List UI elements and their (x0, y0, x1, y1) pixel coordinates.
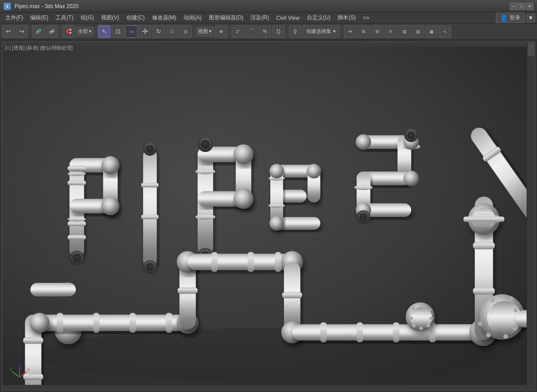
menu-right: 👤 登录 ▼ (496, 13, 535, 23)
svg-point-12 (101, 197, 119, 215)
menu-modifier[interactable]: 修改器(M) (148, 13, 180, 23)
menu-edit[interactable]: 编辑(E) (27, 13, 52, 23)
separator-4 (194, 26, 194, 37)
viewport[interactable]: [+] [透视] [标准] [默认明暗处理] (2, 42, 535, 390)
menu-script[interactable]: 脚本(S) (334, 13, 359, 23)
svg-rect-10 (68, 235, 86, 240)
svg-rect-73 (166, 313, 172, 332)
mirror-button[interactable]: ⇔ (344, 25, 356, 38)
svg-point-119 (426, 324, 430, 327)
menu-graph-editor[interactable]: 图形编辑器(D) (205, 13, 247, 23)
menu-arrow-button[interactable]: ▼ (526, 14, 535, 23)
arc-rotate-button[interactable]: ⌒ (245, 25, 258, 38)
array-button[interactable]: ⊞ (357, 25, 370, 38)
svg-rect-63 (23, 337, 43, 344)
maximize-button[interactable]: □ (518, 3, 525, 10)
viewport-zoom-out-button[interactable]: - (528, 50, 534, 56)
svg-point-21 (146, 263, 154, 271)
menu-render[interactable]: 渲染(R) (247, 13, 273, 23)
svg-point-44 (307, 164, 321, 178)
svg-rect-80 (211, 252, 218, 272)
layer3-button[interactable]: ▦ (425, 25, 438, 38)
scale-uniform-button[interactable]: ◎ (179, 25, 192, 38)
menu-more[interactable]: >> (359, 13, 373, 23)
edit-named-sel-button[interactable]: {} (289, 25, 301, 38)
svg-point-45 (269, 216, 284, 231)
svg-point-43 (269, 164, 284, 178)
undo-button[interactable]: ↩ (2, 25, 14, 38)
menu-animation[interactable]: 动画(A) (180, 13, 205, 23)
svg-point-118 (429, 317, 433, 320)
svg-point-30 (195, 169, 215, 174)
menu-civil-view[interactable]: Civil View (273, 13, 303, 23)
svg-text:Y: Y (9, 368, 12, 372)
svg-point-60 (359, 213, 367, 221)
separator-2 (60, 26, 60, 37)
menu-customize[interactable]: 自定义(U) (303, 13, 334, 23)
snap-toggle-button[interactable]: 🧲 (62, 25, 75, 38)
svg-point-53 (356, 134, 371, 150)
unlink-button[interactable]: 🔗 (46, 25, 58, 38)
move-button[interactable]: ✛ (139, 25, 151, 38)
svg-text:Z: Z (18, 364, 20, 367)
svg-point-14 (72, 254, 81, 263)
filter-dropdown[interactable]: 全部 ▾ (76, 27, 94, 37)
viewport-zoom-in-button[interactable]: + (528, 43, 534, 49)
svg-point-33 (201, 140, 210, 149)
menu-group[interactable]: 组(G) (77, 13, 97, 23)
layer2-button[interactable]: ▥ (412, 25, 424, 38)
svg-point-107 (513, 326, 517, 331)
spinner-snap-button[interactable]: ⟨⟩ (272, 25, 285, 38)
svg-rect-72 (130, 313, 136, 332)
create-selection-label: 创建选择集 (306, 28, 331, 35)
svg-rect-82 (275, 252, 281, 272)
menu-file[interactable]: 文件(F) (2, 13, 27, 23)
center-pivot-button[interactable]: ⊕ (215, 25, 227, 38)
percent-snap-button[interactable]: % (259, 25, 271, 38)
svg-rect-71 (93, 313, 99, 332)
user-icon: 👤 (500, 14, 508, 22)
menu-bar: 文件(F) 编辑(E) 工具(T) 组(G) 视图(V) 创建(C) 修改器(M… (0, 13, 537, 23)
login-label: 登录 (509, 14, 520, 22)
svg-point-31 (195, 214, 215, 220)
align-button[interactable]: ⊟ (371, 25, 384, 38)
svg-point-52 (354, 185, 372, 190)
svg-rect-7 (68, 166, 86, 171)
menu-view[interactable]: 视图(V) (97, 13, 123, 23)
keyboard-shortcut-button[interactable]: 2° (231, 25, 244, 38)
login-button[interactable]: 👤 登录 (496, 13, 524, 23)
svg-rect-69 (33, 314, 187, 331)
svg-rect-95 (473, 287, 495, 295)
svg-text:X: X (27, 368, 29, 372)
minimize-button[interactable]: ─ (510, 3, 517, 10)
create-selection-button[interactable]: 创建选择集 ▾ (302, 25, 340, 38)
svg-rect-17 (143, 149, 157, 267)
curve-editor-button[interactable]: ∿ (439, 25, 451, 38)
menu-tools[interactable]: 工具(T) (52, 13, 77, 23)
separator-1 (30, 26, 30, 37)
scale-button[interactable]: ⬡ (166, 25, 178, 38)
svg-rect-88 (320, 323, 327, 342)
svg-point-16 (68, 217, 86, 221)
align2-button[interactable]: ≡ (384, 25, 397, 38)
select-region-button[interactable]: ⊡ (111, 25, 124, 38)
close-button[interactable]: ✕ (526, 3, 533, 10)
viewport-wrapper: [+] [透视] [标准] [默认明暗处理] (0, 40, 537, 392)
coord-dropdown[interactable]: 视图 ▾ (196, 27, 214, 37)
svg-rect-90 (393, 323, 399, 342)
create-selection-arrow: ▾ (333, 28, 336, 34)
rect-select-button[interactable]: ▭ (125, 25, 138, 38)
toolbar-main: ↩ ↪ 🔗 🔗 🧲 全部 ▾ ↖ ⊡ ▭ ✛ ↻ ⬡ ◎ 视图 ▾ ⊕ 2° ⌒ (0, 23, 537, 40)
redo-button[interactable]: ↪ (15, 25, 28, 38)
svg-rect-8 (68, 180, 86, 185)
svg-rect-77 (178, 287, 198, 294)
rotate-button[interactable]: ↻ (152, 25, 165, 38)
svg-point-104 (491, 298, 495, 302)
menu-create[interactable]: 创建(C) (123, 13, 148, 23)
svg-point-117 (427, 308, 431, 312)
svg-line-134 (12, 372, 19, 377)
select-button[interactable]: ↖ (98, 25, 111, 38)
layer-button[interactable]: ▤ (398, 25, 411, 38)
link-button[interactable]: 🔗 (32, 25, 45, 38)
svg-rect-70 (57, 313, 63, 332)
